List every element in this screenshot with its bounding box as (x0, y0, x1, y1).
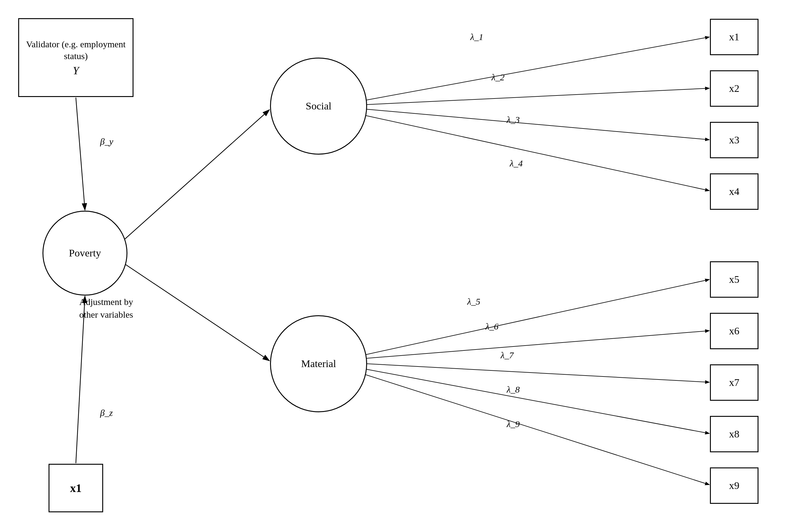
lambda-3: λ_3 (507, 115, 520, 125)
indicator-x1: x1 (710, 19, 759, 55)
arrow-social-x3 (366, 109, 709, 140)
lambda-5: λ_5 (467, 296, 480, 307)
lambda-8: λ_8 (507, 384, 520, 395)
arrow-material-x8 (366, 369, 709, 434)
poverty-label: Poverty (69, 247, 101, 259)
arrow-social-x4 (364, 115, 709, 191)
material-label: Material (301, 358, 336, 370)
arrow-material-x5 (366, 280, 709, 355)
lambda-4: λ_4 (510, 158, 523, 169)
x8-label: x8 (729, 428, 739, 440)
indicator-x5: x5 (710, 261, 759, 298)
lambda-1: λ_1 (470, 32, 483, 42)
x9-label: x9 (729, 480, 739, 491)
x6-label: x6 (729, 325, 739, 337)
x7-label: x7 (729, 377, 739, 388)
arrow-poverty-to-social (124, 110, 270, 240)
z-label: x1 (70, 481, 82, 495)
beta-z: β_z (100, 408, 113, 418)
indicator-x2: x2 (710, 70, 759, 107)
validator-box: Validator (e.g. employment status) Y (18, 18, 133, 97)
arrow-material-x7 (367, 364, 709, 382)
arrow-z-to-poverty (76, 296, 85, 463)
lambda-6: λ_6 (485, 321, 498, 332)
x1-label: x1 (729, 31, 739, 43)
beta-y: β_y (100, 136, 113, 147)
x3-label: x3 (729, 134, 739, 146)
arrow-material-x9 (365, 374, 709, 485)
indicator-x6: x6 (710, 313, 759, 349)
arrow-validator-to-poverty (76, 97, 85, 210)
lambda-9: λ_9 (507, 419, 520, 429)
x4-label: x4 (729, 186, 739, 197)
arrow-material-x6 (366, 331, 709, 358)
validator-label: Validator (e.g. employment status) (19, 38, 133, 62)
indicator-x4: x4 (710, 173, 759, 210)
social-circle: Social (270, 58, 367, 155)
indicator-x9: x9 (710, 467, 759, 504)
material-circle: Material (270, 315, 367, 412)
poverty-circle: Poverty (42, 211, 127, 295)
z-box: x1 (48, 464, 103, 512)
adjustment-annotation: Adjustment byother variables (64, 295, 149, 321)
x2-label: x2 (729, 83, 739, 94)
validator-sublabel: Y (19, 64, 133, 77)
social-label: Social (306, 100, 332, 112)
x5-label: x5 (729, 274, 739, 285)
lambda-2: λ_2 (491, 72, 505, 83)
indicator-x8: x8 (710, 416, 759, 452)
indicator-x7: x7 (710, 364, 759, 401)
indicator-x3: x3 (710, 122, 759, 158)
lambda-7: λ_7 (501, 350, 514, 360)
diagram: Validator (e.g. employment status) Y Pov… (0, 0, 787, 532)
